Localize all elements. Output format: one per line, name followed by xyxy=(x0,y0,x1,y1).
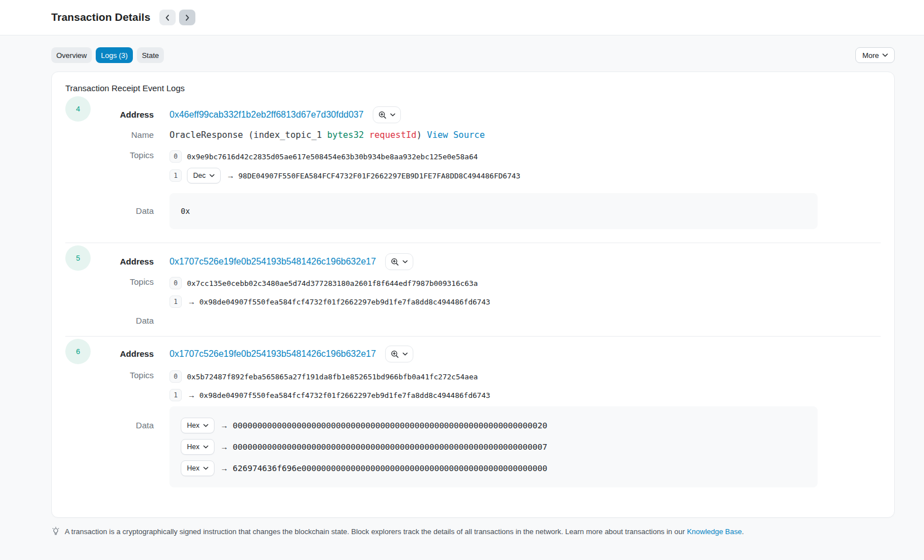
log-index-badge: 5 xyxy=(65,245,91,271)
data-word-value: 0000000000000000000000000000000000000000… xyxy=(233,421,547,430)
topic-row: 0 0x5b72487f892feba565865a27f191da8fb1e8… xyxy=(169,370,490,383)
tabs-row: Overview Logs (3) State More xyxy=(51,47,895,63)
data-label: Data xyxy=(92,205,154,217)
arrow-right-icon: → xyxy=(220,464,228,473)
address-lookup-button[interactable] xyxy=(385,253,413,270)
event-logs-card: Transaction Receipt Event Logs 4 Address… xyxy=(51,71,895,518)
topic-value: 0x7cc135e0cebb02c3480ae5d74d377283180a26… xyxy=(187,279,478,288)
magnifier-plus-icon xyxy=(378,111,387,119)
data-format-select[interactable]: Hex xyxy=(181,418,215,433)
more-dropdown-button[interactable]: More xyxy=(855,47,895,63)
tx-nav-buttons xyxy=(159,10,195,25)
log-entry-5: 5 Address 0x1707c526e19fe0b254193b548142… xyxy=(65,243,881,326)
topic-value: 98DE04907F550FEA584FCF4732F01F2662297EB9… xyxy=(238,172,520,180)
data-format-select[interactable]: Hex xyxy=(181,460,215,476)
log-index-badge: 6 xyxy=(65,339,91,364)
arrow-right-icon: → xyxy=(220,421,228,430)
magnifier-plus-icon xyxy=(391,258,399,266)
chevron-down-icon xyxy=(882,53,888,57)
data-label: Data xyxy=(92,406,154,431)
topic-value: 0x9e9bc7616d42c2835d05ae617e508454e63b30… xyxy=(187,153,478,161)
data-word-row: Hex → 0000000000000000000000000000000000… xyxy=(181,418,806,433)
topic-value: 0x5b72487f892feba565865a27f191da8fb1e852… xyxy=(187,373,478,381)
tab-group: Overview Logs (3) State xyxy=(51,47,164,63)
lightbulb-icon xyxy=(51,527,60,536)
chevron-down-icon xyxy=(403,352,408,356)
topic-value: 0x98de04907f550fea584fcf4732f01f2662297e… xyxy=(199,298,490,306)
topic-index-badge: 0 xyxy=(169,277,182,289)
address-label: Address xyxy=(92,109,154,120)
chevron-right-icon xyxy=(184,15,190,21)
topic-row: 0 0x7cc135e0cebb02c3480ae5d74d377283180a… xyxy=(169,276,490,290)
knowledge-base-link[interactable]: Knowledge Base xyxy=(687,527,742,536)
log-entry-6: 6 Address 0x1707c526e19fe0b254193b548142… xyxy=(65,337,881,487)
chevron-down-icon xyxy=(203,424,208,427)
chevron-left-icon xyxy=(164,15,171,21)
card-title: Transaction Receipt Event Logs xyxy=(65,83,881,94)
more-label: More xyxy=(862,51,879,60)
magnifier-plus-icon xyxy=(391,350,399,359)
chevron-down-icon xyxy=(203,445,208,449)
log-data-box: 0x xyxy=(169,193,818,229)
event-signature: OracleResponse (index_topic_1 bytes32 re… xyxy=(169,130,485,140)
log-address-link[interactable]: 0x1707c526e19fe0b254193b5481426c196b632e… xyxy=(169,349,376,359)
log-address-link[interactable]: 0x1707c526e19fe0b254193b5481426c196b632e… xyxy=(169,257,376,267)
arrow-right-icon: → xyxy=(188,391,195,400)
name-label: Name xyxy=(92,129,154,141)
topic-index-badge: 0 xyxy=(169,370,182,383)
data-word-row: Hex → 626974636f696e00000000000000000000… xyxy=(181,460,806,476)
topic-row: 0 0x9e9bc7616d42c2835d05ae617e508454e63b… xyxy=(169,150,520,163)
page-body: Overview Logs (3) State More Transaction… xyxy=(0,35,924,560)
address-label: Address xyxy=(92,348,154,360)
chevron-down-icon xyxy=(390,113,395,117)
event-param-type: bytes32 xyxy=(327,130,364,140)
log-entry-4: 4 Address 0x46eff99cab332f1b2eb2ff6813d6… xyxy=(65,94,881,229)
topic-row: 1 Dec → 98DE04907F550FEA584FCF4732F01F26… xyxy=(169,168,520,183)
page-header: Transaction Details xyxy=(0,0,924,35)
view-source-link[interactable]: View Source xyxy=(427,130,485,140)
log-address-link[interactable]: 0x46eff99cab332f1b2eb2ff6813d67e7d30fdd0… xyxy=(169,110,364,120)
topics-label: Topics xyxy=(92,276,154,308)
chevron-down-icon xyxy=(209,174,215,177)
topic-value: 0x98de04907f550fea584fcf4732f01f2662297e… xyxy=(199,391,490,400)
chevron-down-icon xyxy=(403,260,408,263)
footer-text: A transaction is a cryptographically sig… xyxy=(65,527,744,536)
topic-index-badge: 0 xyxy=(169,150,182,163)
address-lookup-button[interactable] xyxy=(373,106,401,123)
data-word-value: 626974636f696e00000000000000000000000000… xyxy=(233,464,547,473)
footer-note: A transaction is a cryptographically sig… xyxy=(51,527,895,536)
topic-format-select[interactable]: Dec xyxy=(187,168,221,183)
topic-index-badge: 1 xyxy=(169,389,182,401)
next-transaction-button[interactable] xyxy=(179,10,195,25)
chevron-down-icon xyxy=(203,467,208,470)
topic-index-badge: 1 xyxy=(169,295,182,308)
previous-transaction-button[interactable] xyxy=(159,10,176,25)
address-lookup-button[interactable] xyxy=(385,346,413,362)
address-label: Address xyxy=(92,256,154,267)
event-param-name: requestId xyxy=(369,130,417,140)
log-index-badge: 4 xyxy=(65,96,91,122)
data-format-select[interactable]: Hex xyxy=(181,439,215,455)
topic-index-badge: 1 xyxy=(169,169,182,182)
tab-state[interactable]: State xyxy=(137,47,164,63)
topics-label: Topics xyxy=(92,370,154,402)
tab-overview[interactable]: Overview xyxy=(51,47,92,63)
arrow-right-icon: → xyxy=(220,442,228,451)
topic-row: 1 → 0x98de04907f550fea584fcf4732f01f2662… xyxy=(169,388,490,402)
data-word-value: 0000000000000000000000000000000000000000… xyxy=(233,442,547,451)
topics-label: Topics xyxy=(92,150,154,183)
data-label: Data xyxy=(92,315,154,326)
log-data-box: Hex → 0000000000000000000000000000000000… xyxy=(169,406,818,487)
arrow-right-icon: → xyxy=(226,171,234,180)
tab-logs[interactable]: Logs (3) xyxy=(96,47,133,63)
data-word-row: Hex → 0000000000000000000000000000000000… xyxy=(181,439,806,455)
arrow-right-icon: → xyxy=(188,297,195,306)
page-title: Transaction Details xyxy=(51,11,150,24)
topic-row: 1 → 0x98de04907f550fea584fcf4732f01f2662… xyxy=(169,295,490,308)
